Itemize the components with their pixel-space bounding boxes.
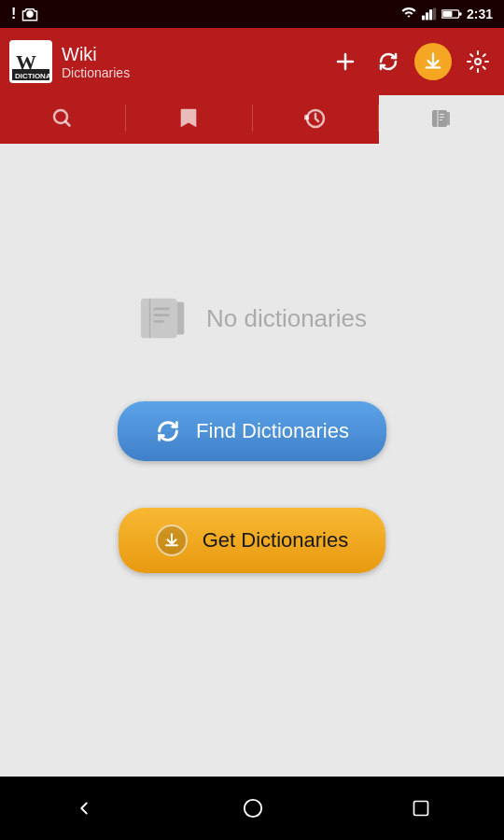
app-subtitle: Dictionaries	[62, 65, 329, 81]
time-display: 2:31	[467, 7, 493, 21]
tab-bookmarks[interactable]	[126, 95, 251, 141]
back-button[interactable]	[55, 789, 113, 828]
find-dictionaries-label: Find Dictionaries	[196, 419, 349, 443]
tab-dictionaries[interactable]	[379, 95, 504, 141]
battery-icon	[441, 8, 462, 20]
svg-rect-21	[153, 320, 164, 323]
logo-text: W DICTIONARY	[12, 43, 49, 80]
app-title-group: Wiki Dictionaries	[62, 43, 329, 81]
find-dictionaries-button[interactable]: Find Dictionaries	[118, 401, 386, 461]
add-button[interactable]	[329, 45, 362, 78]
status-bar: ! 2:31	[0, 0, 504, 28]
svg-point-22	[245, 800, 261, 817]
svg-rect-4	[429, 9, 432, 20]
svg-text:DICTIONARY: DICTIONARY	[15, 72, 49, 80]
svg-rect-20	[153, 314, 169, 316]
empty-message: No dictionaries	[206, 304, 367, 333]
app-title: Wiki	[62, 43, 329, 65]
home-button[interactable]	[224, 789, 282, 828]
signal-icon	[422, 7, 437, 21]
svg-rect-17	[440, 117, 444, 118]
alert-icon: !	[11, 6, 16, 22]
app-actions	[329, 43, 495, 80]
get-dictionaries-label: Get Dictionaries	[203, 528, 349, 553]
svg-point-1	[27, 12, 33, 18]
svg-rect-23	[413, 802, 427, 816]
svg-rect-19	[153, 307, 169, 310]
tab-search[interactable]	[0, 95, 125, 141]
bottom-nav-bar	[0, 777, 504, 840]
settings-button[interactable]	[461, 45, 495, 78]
wifi-icon	[400, 7, 417, 21]
status-right: 2:31	[400, 7, 493, 21]
tab-bar	[0, 95, 504, 144]
get-download-icon	[156, 525, 188, 556]
svg-rect-5	[433, 8, 436, 21]
empty-icon	[137, 291, 191, 345]
get-dictionaries-button[interactable]: Get Dictionaries	[119, 508, 386, 573]
camera-icon	[21, 6, 38, 22]
app-logo: W DICTIONARY	[9, 40, 52, 83]
svg-rect-3	[426, 12, 428, 20]
svg-rect-16	[440, 114, 444, 115]
svg-rect-18	[440, 119, 442, 120]
empty-state: No dictionaries	[137, 291, 367, 345]
svg-rect-2	[422, 16, 425, 21]
svg-rect-7	[442, 11, 452, 17]
status-left: !	[11, 6, 38, 22]
svg-rect-8	[459, 12, 462, 15]
refresh-button[interactable]	[371, 45, 405, 78]
app-bar: W DICTIONARY Wiki Dictionaries	[0, 28, 504, 95]
find-icon	[155, 418, 181, 444]
recent-apps-button[interactable]	[393, 790, 449, 827]
main-content: No dictionaries Find Dictionaries Get Di…	[0, 144, 504, 777]
download-button[interactable]	[414, 43, 452, 80]
svg-point-13	[475, 59, 481, 64]
tab-history[interactable]	[253, 95, 378, 141]
